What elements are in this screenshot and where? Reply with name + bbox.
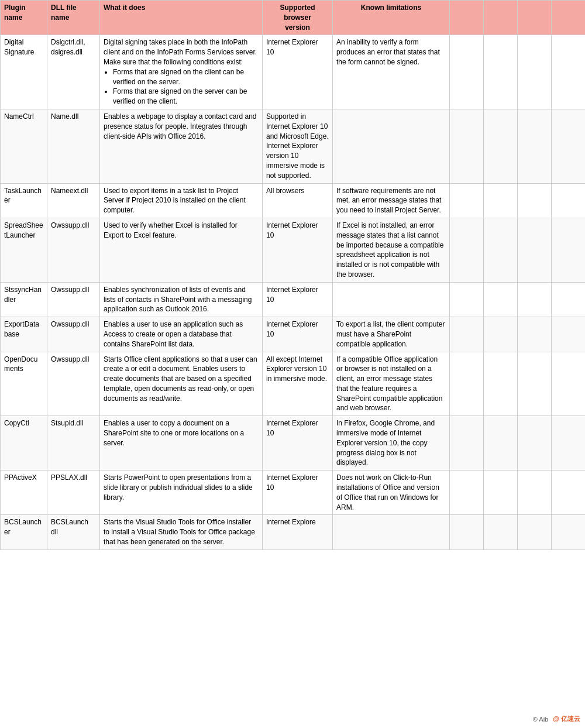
cell-2-1: Nameext.dll bbox=[47, 183, 100, 218]
cell-7-7 bbox=[518, 416, 552, 471]
cell-7-1: Stsupld.dll bbox=[47, 416, 100, 471]
cell-5-3: Internet Explorer 10 bbox=[263, 317, 333, 352]
cell-0-8 bbox=[552, 35, 586, 109]
cell-3-1: Owssupp.dll bbox=[47, 218, 100, 282]
cell-1-2: Enables a webpage to display a contact c… bbox=[100, 109, 263, 183]
cell-9-5 bbox=[450, 515, 484, 550]
footer: © Aib @ 亿速云 bbox=[533, 715, 580, 723]
cell-6-6 bbox=[484, 352, 518, 416]
table-row: NameCtrlName.dllEnables a webpage to dis… bbox=[1, 109, 586, 183]
cell-4-3: Internet Explorer 10 bbox=[263, 282, 333, 317]
cell-8-4: Does not work on Click-to-Run installati… bbox=[333, 471, 450, 515]
cell-4-0: StssyncHan dler bbox=[1, 282, 47, 317]
cell-4-6 bbox=[484, 282, 518, 317]
table-row: Digital SignatureDsigctrl.dll, dsigres.d… bbox=[1, 35, 586, 109]
table-row: CopyCtlStsupld.dllEnables a user to copy… bbox=[1, 416, 586, 471]
cell-2-3: All browsers bbox=[263, 183, 333, 218]
cell-3-8 bbox=[552, 218, 586, 282]
cell-3-0: SpreadShee tLauncher bbox=[1, 218, 47, 282]
plugins-table: Pluginname DLL filename What it does Sup… bbox=[0, 0, 585, 550]
cell-8-0: PPActiveX bbox=[1, 471, 47, 515]
header-what-it-does: What it does bbox=[100, 1, 263, 35]
cell-1-4 bbox=[333, 109, 450, 183]
cell-0-1: Dsigctrl.dll, dsigres.dll bbox=[47, 35, 100, 109]
cell-0-0: Digital Signature bbox=[1, 35, 47, 109]
cell-8-8 bbox=[552, 471, 586, 515]
cell-5-8 bbox=[552, 317, 586, 352]
brand-text: @ 亿速云 bbox=[553, 715, 580, 723]
header-browser-version: Supportedbrowserversion bbox=[263, 1, 333, 35]
cell-6-0: OpenDocu ments bbox=[1, 352, 47, 416]
cell-9-3: Internet Explore bbox=[263, 515, 333, 550]
table-row: OpenDocu mentsOwssupp.dllStarts Office c… bbox=[1, 352, 586, 416]
copyright-text: © Aib bbox=[533, 716, 548, 723]
header-col7 bbox=[484, 1, 518, 35]
cell-2-4: If software requirements are not met, an… bbox=[333, 183, 450, 218]
cell-0-2: Digital signing takes place in both the … bbox=[100, 35, 263, 109]
cell-2-8 bbox=[552, 183, 586, 218]
cell-7-0: CopyCtl bbox=[1, 416, 47, 471]
cell-4-2: Enables synchronization of lists of even… bbox=[100, 282, 263, 317]
cell-7-6 bbox=[484, 416, 518, 471]
cell-2-5 bbox=[450, 183, 484, 218]
cell-1-5 bbox=[450, 109, 484, 183]
cell-2-2: Used to export items in a task list to P… bbox=[100, 183, 263, 218]
cell-0-7 bbox=[518, 35, 552, 109]
cell-5-2: Enables a user to use an application suc… bbox=[100, 317, 263, 352]
cell-9-7 bbox=[518, 515, 552, 550]
cell-3-4: If Excel is not installed, an error mess… bbox=[333, 218, 450, 282]
header-dll-name: DLL filename bbox=[47, 1, 100, 35]
cell-8-2: Starts PowerPoint to open presentations … bbox=[100, 471, 263, 515]
cell-6-7 bbox=[518, 352, 552, 416]
cell-9-1: BCSLaunch dll bbox=[47, 515, 100, 550]
header-col9 bbox=[552, 1, 586, 35]
cell-3-2: Used to verify whether Excel is installe… bbox=[100, 218, 263, 282]
cell-5-6 bbox=[484, 317, 518, 352]
cell-9-6 bbox=[484, 515, 518, 550]
cell-9-4 bbox=[333, 515, 450, 550]
cell-8-1: PPSLAX.dll bbox=[47, 471, 100, 515]
cell-7-2: Enables a user to copy a document on a S… bbox=[100, 416, 263, 471]
header-plugin-name: Pluginname bbox=[1, 1, 47, 35]
cell-2-7 bbox=[518, 183, 552, 218]
cell-1-0: NameCtrl bbox=[1, 109, 47, 183]
cell-3-6 bbox=[484, 218, 518, 282]
cell-8-7 bbox=[518, 471, 552, 515]
cell-9-8 bbox=[552, 515, 586, 550]
table-row: SpreadShee tLauncherOwssupp.dllUsed to v… bbox=[1, 218, 586, 282]
cell-5-7 bbox=[518, 317, 552, 352]
cell-0-4: An inability to verify a form produces a… bbox=[333, 35, 450, 109]
cell-9-0: BCSLaunch er bbox=[1, 515, 47, 550]
cell-3-3: Internet Explorer 10 bbox=[263, 218, 333, 282]
cell-6-4: If a compatible Office application or br… bbox=[333, 352, 450, 416]
cell-0-5 bbox=[450, 35, 484, 109]
cell-8-6 bbox=[484, 471, 518, 515]
table-row: PPActiveXPPSLAX.dllStarts PowerPoint to … bbox=[1, 471, 586, 515]
table-row: ExportData baseOwssupp.dllEnables a user… bbox=[1, 317, 586, 352]
table-row: TaskLaunch erNameext.dllUsed to export i… bbox=[1, 183, 586, 218]
cell-7-8 bbox=[552, 416, 586, 471]
table-row: StssyncHan dlerOwssupp.dllEnables synchr… bbox=[1, 282, 586, 317]
cell-5-5 bbox=[450, 317, 484, 352]
cell-6-1: Owssupp.dll bbox=[47, 352, 100, 416]
cell-1-1: Name.dll bbox=[47, 109, 100, 183]
cell-7-4: In Firefox, Google Chrome, and immersive… bbox=[333, 416, 450, 471]
header-col8 bbox=[518, 1, 552, 35]
cell-1-3: Supported in Internet Explorer 10 and Mi… bbox=[263, 109, 333, 183]
cell-2-0: TaskLaunch er bbox=[1, 183, 47, 218]
cell-0-3: Internet Explorer 10 bbox=[263, 35, 333, 109]
table-row: BCSLaunch erBCSLaunch dllStarts the Visu… bbox=[1, 515, 586, 550]
cell-6-5 bbox=[450, 352, 484, 416]
cell-5-1: Owssupp.dll bbox=[47, 317, 100, 352]
cell-6-3: All except Internet Explorer version 10 … bbox=[263, 352, 333, 416]
page-wrapper: Pluginname DLL filename What it does Sup… bbox=[0, 0, 585, 728]
cell-2-6 bbox=[484, 183, 518, 218]
cell-7-5 bbox=[450, 416, 484, 471]
header-col6 bbox=[450, 1, 484, 35]
cell-6-8 bbox=[552, 352, 586, 416]
cell-4-1: Owssupp.dll bbox=[47, 282, 100, 317]
cell-6-2: Starts Office client applications so tha… bbox=[100, 352, 263, 416]
cell-4-5 bbox=[450, 282, 484, 317]
cell-9-2: Starts the Visual Studio Tools for Offic… bbox=[100, 515, 263, 550]
cell-4-4 bbox=[333, 282, 450, 317]
